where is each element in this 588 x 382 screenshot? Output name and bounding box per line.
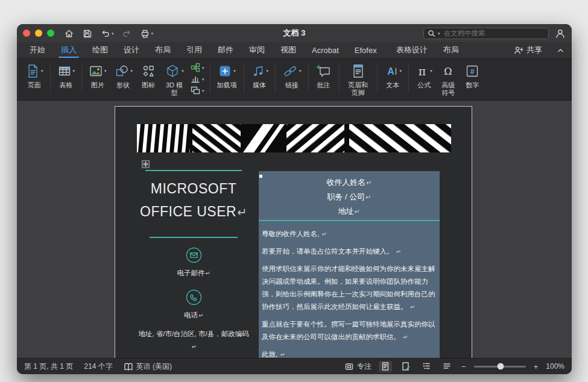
ribbon-media-button[interactable]: ▾ 媒体 (247, 60, 273, 98)
ribbon-links-label: 链接 (285, 81, 299, 89)
paragraph-mark: ↵ (205, 270, 210, 277)
ribbon-addins-button[interactable]: ▾ 加载项 (213, 60, 241, 98)
ribbon-symbol-button[interactable]: Ω 高级符号 (436, 60, 460, 98)
ribbon-header-footer-button[interactable]: 页眉和页脚 (343, 60, 374, 98)
ribbon-equation-button[interactable]: π▾ 公式 (412, 60, 436, 98)
close-window-button[interactable] (23, 30, 30, 37)
home-button[interactable] (64, 28, 74, 39)
word-count[interactable]: 214 个字 (84, 362, 112, 372)
outline-view-button[interactable] (420, 361, 433, 372)
smartart-button[interactable]: ▾ (191, 63, 204, 72)
chevron-down-icon: ▾ (233, 69, 236, 73)
ribbon-text-button[interactable]: A▾ 文本 (381, 60, 406, 98)
redo-button[interactable] (122, 28, 132, 39)
page-indicator[interactable]: 第 1 页, 共 1 页 (24, 362, 73, 372)
ribbon-divider (408, 64, 409, 93)
tab-acrobat[interactable]: Acrobat (304, 42, 347, 58)
tab-table-design[interactable]: 表格设计 (388, 42, 435, 58)
ribbon-symbol-label: 高级符号 (440, 81, 456, 96)
letter-body-text[interactable]: 尊敬的收件人姓名, ↵ 若要开始，请单击占位符文本并开始键入。 ↵ 使用求职信来… (262, 228, 437, 358)
ribbon-shapes-button[interactable]: ▾ 形状 (110, 60, 137, 98)
chevron-down-icon: ▾ (104, 69, 107, 73)
tab-design[interactable]: 设计 (116, 42, 147, 58)
screenshot-button[interactable]: ▾ (191, 86, 204, 95)
ribbon-icons-label: 图标 (142, 81, 155, 89)
sender-name-text[interactable]: MICROSOFT OFFICE USER↵ (126, 177, 261, 224)
chevron-down-icon: ▾ (202, 89, 204, 93)
letter-paragraph: 重点就在于要有个性。撰写一篇可独特地展示真实的你以及你在未来的公司可以做出的贡献… (262, 318, 437, 343)
address-text[interactable]: 地址, 省/市/自治区, 市/县，邮政编码↵ (136, 328, 251, 353)
chart-button[interactable]: ▾ (191, 74, 204, 84)
print-layout-view-button[interactable] (379, 361, 392, 372)
ribbon-number-button[interactable]: # 数字 (460, 60, 484, 98)
ribbon-3d-models-button[interactable]: ▾ 3D 模型 (160, 60, 188, 98)
tab-home[interactable]: 开始 (22, 42, 53, 58)
ribbon-pictures-button[interactable]: ▾ 图片 (85, 60, 110, 98)
tab-review[interactable]: 审阅 (241, 42, 273, 58)
ribbon-table-button[interactable]: ▾ 表格 (54, 60, 79, 98)
status-bar: 第 1 页, 共 1 页 214 个字 英语 (美国) 专注 − + 100% (17, 358, 572, 374)
zoom-out-button[interactable]: − (461, 362, 467, 371)
collapse-ribbon-button[interactable] (554, 42, 567, 58)
letter-body-selection[interactable]: 收件人姓名↵ 职务 / 公司↵ 地址↵ 尊敬的收件人姓名, ↵ 若要开始，请单击… (259, 171, 440, 358)
ribbon-icons-button[interactable]: 图标 (136, 60, 160, 98)
ribbon-links-button[interactable]: ▾ 链接 (279, 60, 305, 98)
chevron-down-icon: ▾ (151, 31, 154, 36)
document-page[interactable]: MICROSOFT OFFICE USER↵ 电子邮件↵ 电话↵ 地址, 省/市… (115, 106, 472, 358)
zoom-in-button[interactable]: + (533, 362, 539, 371)
svg-text:#: # (470, 67, 475, 75)
account-icon[interactable] (555, 28, 566, 39)
cell-selection-marker (259, 175, 262, 178)
tab-efofex[interactable]: Efofex (347, 42, 385, 58)
undo-button[interactable]: ▾ (100, 28, 114, 39)
banner-graphic[interactable] (137, 124, 451, 152)
minimize-window-button[interactable] (35, 30, 42, 37)
paragraph-mark: ↵ (365, 193, 371, 201)
ribbon-addins-label: 加载项 (217, 81, 237, 89)
table-icon (57, 64, 72, 78)
zoom-slider[interactable] (474, 366, 526, 368)
recipient-block[interactable]: 收件人姓名↵ 职务 / 公司↵ 地址↵ (259, 171, 440, 219)
ribbon-tab-bar: 开始 插入 绘图 设计 布局 引用 邮件 审阅 视图 Acrobat Efofe… (17, 42, 572, 58)
tab-table-layout[interactable]: 布局 (435, 42, 467, 58)
document-search-input[interactable]: ▾ (423, 28, 549, 39)
tab-draw[interactable]: 绘图 (84, 42, 116, 58)
chevron-down-icon: ▾ (299, 69, 302, 73)
recipient-title-line: 职务 / 公司↵ (259, 190, 440, 204)
ribbon-comments-button[interactable]: 批注 (312, 60, 336, 98)
tab-insert[interactable]: 插入 (53, 42, 84, 58)
search-field[interactable] (443, 29, 545, 37)
phone-label[interactable]: 电话↵ (126, 311, 261, 320)
tab-layout[interactable]: 布局 (147, 42, 179, 58)
paragraph-mark: ↵ (396, 248, 401, 255)
zoom-window-button[interactable] (47, 30, 54, 37)
paragraph-mark: ↵ (198, 312, 203, 319)
print-button[interactable]: ▾ (140, 28, 154, 39)
ribbon-illustration-stack: ▾ ▾ ▾ (188, 60, 207, 98)
search-icon (428, 30, 435, 37)
tab-view[interactable]: 视图 (273, 42, 304, 58)
chevron-down-icon: ▾ (430, 69, 432, 73)
focus-mode-button[interactable]: 专注 (344, 362, 371, 372)
table-move-handle[interactable] (142, 160, 150, 168)
chevron-down-icon: ▾ (131, 69, 133, 73)
ribbon-comments-label: 批注 (317, 81, 330, 89)
share-button[interactable]: 共享 (511, 42, 545, 58)
chevron-down-icon: ▾ (73, 69, 75, 73)
email-label[interactable]: 电子邮件↵ (126, 269, 261, 278)
draft-view-button[interactable] (399, 361, 413, 372)
symbol-omega-icon: Ω (441, 64, 455, 78)
ribbon-shapes-label: 形状 (116, 81, 130, 89)
tab-references[interactable]: 引用 (179, 42, 210, 58)
language-selector[interactable]: 英语 (美国) (124, 362, 172, 372)
zoom-slider-thumb[interactable] (498, 363, 504, 370)
tab-mailings[interactable]: 邮件 (210, 42, 241, 58)
ribbon-pages-button[interactable]: ▾ 页面 (22, 60, 47, 98)
ribbon-header-footer-label: 页眉和页脚 (346, 81, 370, 96)
paragraph-mark: ↵ (237, 205, 247, 219)
web-layout-view-button[interactable] (440, 361, 454, 372)
chevron-down-icon: ▾ (112, 31, 114, 36)
zoom-level[interactable]: 100% (546, 362, 564, 371)
ribbon-divider (339, 64, 340, 93)
save-button[interactable] (82, 28, 92, 39)
